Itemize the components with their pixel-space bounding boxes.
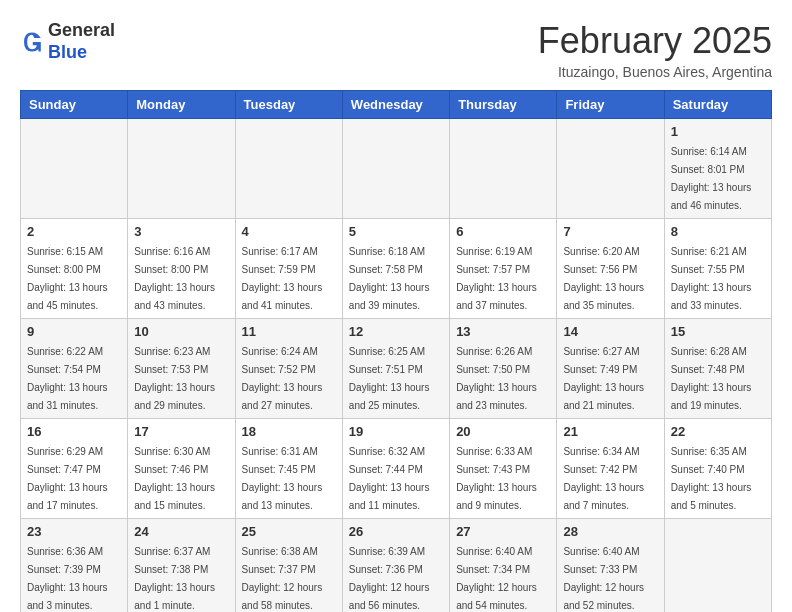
day-info: Sunrise: 6:23 AM Sunset: 7:53 PM Dayligh… bbox=[134, 346, 215, 411]
calendar-cell: 21Sunrise: 6:34 AM Sunset: 7:42 PM Dayli… bbox=[557, 419, 664, 519]
day-info: Sunrise: 6:38 AM Sunset: 7:37 PM Dayligh… bbox=[242, 546, 323, 611]
day-info: Sunrise: 6:27 AM Sunset: 7:49 PM Dayligh… bbox=[563, 346, 644, 411]
calendar-cell bbox=[664, 519, 771, 613]
calendar-cell: 8Sunrise: 6:21 AM Sunset: 7:55 PM Daylig… bbox=[664, 219, 771, 319]
calendar-week-5: 23Sunrise: 6:36 AM Sunset: 7:39 PM Dayli… bbox=[21, 519, 772, 613]
calendar-cell: 18Sunrise: 6:31 AM Sunset: 7:45 PM Dayli… bbox=[235, 419, 342, 519]
day-number: 16 bbox=[27, 424, 121, 439]
weekday-header-saturday: Saturday bbox=[664, 91, 771, 119]
calendar-table: SundayMondayTuesdayWednesdayThursdayFrid… bbox=[20, 90, 772, 612]
calendar-cell: 24Sunrise: 6:37 AM Sunset: 7:38 PM Dayli… bbox=[128, 519, 235, 613]
day-number: 1 bbox=[671, 124, 765, 139]
calendar-cell bbox=[557, 119, 664, 219]
day-info: Sunrise: 6:22 AM Sunset: 7:54 PM Dayligh… bbox=[27, 346, 108, 411]
day-info: Sunrise: 6:24 AM Sunset: 7:52 PM Dayligh… bbox=[242, 346, 323, 411]
title-block: February 2025 Ituzaingo, Buenos Aires, A… bbox=[538, 20, 772, 80]
day-number: 22 bbox=[671, 424, 765, 439]
day-number: 8 bbox=[671, 224, 765, 239]
calendar-cell: 13Sunrise: 6:26 AM Sunset: 7:50 PM Dayli… bbox=[450, 319, 557, 419]
day-number: 5 bbox=[349, 224, 443, 239]
calendar-cell: 6Sunrise: 6:19 AM Sunset: 7:57 PM Daylig… bbox=[450, 219, 557, 319]
calendar-cell: 1Sunrise: 6:14 AM Sunset: 8:01 PM Daylig… bbox=[664, 119, 771, 219]
day-number: 21 bbox=[563, 424, 657, 439]
day-number: 19 bbox=[349, 424, 443, 439]
weekday-header-monday: Monday bbox=[128, 91, 235, 119]
page-header: General Blue February 2025 Ituzaingo, Bu… bbox=[20, 20, 772, 80]
day-number: 23 bbox=[27, 524, 121, 539]
calendar-cell bbox=[21, 119, 128, 219]
calendar-cell: 2Sunrise: 6:15 AM Sunset: 8:00 PM Daylig… bbox=[21, 219, 128, 319]
day-info: Sunrise: 6:29 AM Sunset: 7:47 PM Dayligh… bbox=[27, 446, 108, 511]
day-number: 3 bbox=[134, 224, 228, 239]
day-number: 6 bbox=[456, 224, 550, 239]
calendar-cell bbox=[450, 119, 557, 219]
day-info: Sunrise: 6:40 AM Sunset: 7:33 PM Dayligh… bbox=[563, 546, 644, 611]
calendar-cell: 17Sunrise: 6:30 AM Sunset: 7:46 PM Dayli… bbox=[128, 419, 235, 519]
day-number: 27 bbox=[456, 524, 550, 539]
calendar-cell: 23Sunrise: 6:36 AM Sunset: 7:39 PM Dayli… bbox=[21, 519, 128, 613]
day-info: Sunrise: 6:21 AM Sunset: 7:55 PM Dayligh… bbox=[671, 246, 752, 311]
day-number: 13 bbox=[456, 324, 550, 339]
calendar-cell: 22Sunrise: 6:35 AM Sunset: 7:40 PM Dayli… bbox=[664, 419, 771, 519]
day-number: 7 bbox=[563, 224, 657, 239]
weekday-header-row: SundayMondayTuesdayWednesdayThursdayFrid… bbox=[21, 91, 772, 119]
calendar-cell: 7Sunrise: 6:20 AM Sunset: 7:56 PM Daylig… bbox=[557, 219, 664, 319]
weekday-header-wednesday: Wednesday bbox=[342, 91, 449, 119]
day-number: 9 bbox=[27, 324, 121, 339]
day-number: 17 bbox=[134, 424, 228, 439]
calendar-cell: 28Sunrise: 6:40 AM Sunset: 7:33 PM Dayli… bbox=[557, 519, 664, 613]
day-number: 15 bbox=[671, 324, 765, 339]
month-title: February 2025 bbox=[538, 20, 772, 62]
calendar-cell: 3Sunrise: 6:16 AM Sunset: 8:00 PM Daylig… bbox=[128, 219, 235, 319]
day-info: Sunrise: 6:33 AM Sunset: 7:43 PM Dayligh… bbox=[456, 446, 537, 511]
day-info: Sunrise: 6:32 AM Sunset: 7:44 PM Dayligh… bbox=[349, 446, 430, 511]
calendar-cell: 10Sunrise: 6:23 AM Sunset: 7:53 PM Dayli… bbox=[128, 319, 235, 419]
day-info: Sunrise: 6:34 AM Sunset: 7:42 PM Dayligh… bbox=[563, 446, 644, 511]
day-info: Sunrise: 6:28 AM Sunset: 7:48 PM Dayligh… bbox=[671, 346, 752, 411]
weekday-header-thursday: Thursday bbox=[450, 91, 557, 119]
calendar-cell: 9Sunrise: 6:22 AM Sunset: 7:54 PM Daylig… bbox=[21, 319, 128, 419]
logo-text: General Blue bbox=[48, 20, 115, 63]
day-number: 12 bbox=[349, 324, 443, 339]
day-info: Sunrise: 6:17 AM Sunset: 7:59 PM Dayligh… bbox=[242, 246, 323, 311]
calendar-cell: 14Sunrise: 6:27 AM Sunset: 7:49 PM Dayli… bbox=[557, 319, 664, 419]
day-info: Sunrise: 6:26 AM Sunset: 7:50 PM Dayligh… bbox=[456, 346, 537, 411]
day-info: Sunrise: 6:37 AM Sunset: 7:38 PM Dayligh… bbox=[134, 546, 215, 611]
calendar-cell bbox=[235, 119, 342, 219]
logo-icon bbox=[20, 30, 44, 54]
day-info: Sunrise: 6:15 AM Sunset: 8:00 PM Dayligh… bbox=[27, 246, 108, 311]
day-number: 26 bbox=[349, 524, 443, 539]
calendar-cell: 20Sunrise: 6:33 AM Sunset: 7:43 PM Dayli… bbox=[450, 419, 557, 519]
calendar-cell: 26Sunrise: 6:39 AM Sunset: 7:36 PM Dayli… bbox=[342, 519, 449, 613]
day-info: Sunrise: 6:39 AM Sunset: 7:36 PM Dayligh… bbox=[349, 546, 430, 611]
day-number: 2 bbox=[27, 224, 121, 239]
calendar-cell: 11Sunrise: 6:24 AM Sunset: 7:52 PM Dayli… bbox=[235, 319, 342, 419]
calendar-week-3: 9Sunrise: 6:22 AM Sunset: 7:54 PM Daylig… bbox=[21, 319, 772, 419]
calendar-cell: 25Sunrise: 6:38 AM Sunset: 7:37 PM Dayli… bbox=[235, 519, 342, 613]
day-info: Sunrise: 6:40 AM Sunset: 7:34 PM Dayligh… bbox=[456, 546, 537, 611]
day-info: Sunrise: 6:20 AM Sunset: 7:56 PM Dayligh… bbox=[563, 246, 644, 311]
day-number: 28 bbox=[563, 524, 657, 539]
day-info: Sunrise: 6:36 AM Sunset: 7:39 PM Dayligh… bbox=[27, 546, 108, 611]
calendar-cell: 12Sunrise: 6:25 AM Sunset: 7:51 PM Dayli… bbox=[342, 319, 449, 419]
weekday-header-sunday: Sunday bbox=[21, 91, 128, 119]
calendar-cell: 27Sunrise: 6:40 AM Sunset: 7:34 PM Dayli… bbox=[450, 519, 557, 613]
logo: General Blue bbox=[20, 20, 115, 63]
calendar-cell: 5Sunrise: 6:18 AM Sunset: 7:58 PM Daylig… bbox=[342, 219, 449, 319]
day-info: Sunrise: 6:14 AM Sunset: 8:01 PM Dayligh… bbox=[671, 146, 752, 211]
day-info: Sunrise: 6:16 AM Sunset: 8:00 PM Dayligh… bbox=[134, 246, 215, 311]
day-info: Sunrise: 6:31 AM Sunset: 7:45 PM Dayligh… bbox=[242, 446, 323, 511]
day-info: Sunrise: 6:30 AM Sunset: 7:46 PM Dayligh… bbox=[134, 446, 215, 511]
day-number: 10 bbox=[134, 324, 228, 339]
calendar-week-2: 2Sunrise: 6:15 AM Sunset: 8:00 PM Daylig… bbox=[21, 219, 772, 319]
calendar-week-1: 1Sunrise: 6:14 AM Sunset: 8:01 PM Daylig… bbox=[21, 119, 772, 219]
day-number: 20 bbox=[456, 424, 550, 439]
day-number: 4 bbox=[242, 224, 336, 239]
day-info: Sunrise: 6:18 AM Sunset: 7:58 PM Dayligh… bbox=[349, 246, 430, 311]
calendar-cell: 15Sunrise: 6:28 AM Sunset: 7:48 PM Dayli… bbox=[664, 319, 771, 419]
calendar-week-4: 16Sunrise: 6:29 AM Sunset: 7:47 PM Dayli… bbox=[21, 419, 772, 519]
day-info: Sunrise: 6:19 AM Sunset: 7:57 PM Dayligh… bbox=[456, 246, 537, 311]
weekday-header-friday: Friday bbox=[557, 91, 664, 119]
day-number: 18 bbox=[242, 424, 336, 439]
day-number: 25 bbox=[242, 524, 336, 539]
